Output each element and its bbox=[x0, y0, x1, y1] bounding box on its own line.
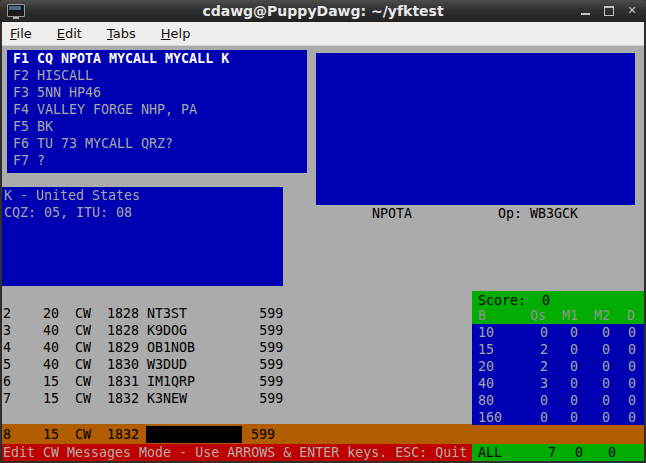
macro-line-f6: F6 TU 73 MYCALL QRZ? bbox=[13, 135, 313, 152]
col-d: D bbox=[627, 307, 635, 324]
status-bar: Edit CW Messages Mode - Use ARROWS & ENT… bbox=[2, 444, 472, 461]
score-row-15: 15 2 0 0 0 bbox=[472, 341, 644, 358]
terminal-content[interactable]: F1 CQ NPOTA MYCALL MYCALL K F2 HISCALL F… bbox=[2, 46, 644, 461]
col-m2: M2 bbox=[594, 307, 610, 324]
dxcc-zones: CQZ: 05, ITU: 08 bbox=[4, 204, 285, 221]
dxcc-info-panel: K - United States CQZ: 05, ITU: 08 bbox=[2, 187, 283, 286]
macro-line-f2: F2 HISCALL bbox=[13, 67, 313, 84]
log-row: 6 15 CW 1831 IM1QRP 599 bbox=[3, 373, 463, 390]
all-m2: 0 bbox=[608, 444, 616, 461]
log-row: 5 40 CW 1830 W3DUD 599 bbox=[3, 356, 463, 373]
contest-name-label: NPOTA bbox=[372, 205, 412, 222]
all-qs: 7 bbox=[548, 444, 556, 461]
window-controls: ✕ bbox=[580, 0, 638, 22]
entry-rst: 599 bbox=[251, 426, 275, 443]
all-label: ALL bbox=[478, 444, 502, 461]
maximize-icon[interactable] bbox=[603, 5, 615, 17]
score-row-80: 80 0 0 0 0 bbox=[472, 392, 644, 409]
current-qso-entry-row: 8 15 CW 1832 599 bbox=[2, 424, 644, 444]
score-header: Score: 0 B Qs M1 M2 D bbox=[472, 291, 644, 324]
callsign-input[interactable] bbox=[146, 426, 242, 443]
cw-macros-panel: F1 CQ NPOTA MYCALL MYCALL K F2 HISCALL F… bbox=[7, 50, 307, 173]
menu-help[interactable]: Help bbox=[155, 24, 197, 43]
status-message: Edit CW Messages Mode - Use ARROWS & ENT… bbox=[3, 444, 467, 461]
score-row-20: 20 2 0 0 0 bbox=[472, 358, 644, 375]
terminal-app-icon bbox=[7, 3, 25, 19]
log-row: 4 40 CW 1829 OB1NOB 599 bbox=[3, 339, 463, 356]
score-column-headers: B Qs M1 M2 D bbox=[472, 307, 644, 324]
menu-edit[interactable]: Edit bbox=[51, 24, 88, 43]
score-row-10: 10 0 0 0 0 bbox=[472, 324, 644, 341]
all-m1: 0 bbox=[575, 444, 583, 461]
score-row-40: 40 3 0 0 0 bbox=[472, 375, 644, 392]
col-band: B bbox=[478, 307, 486, 324]
titlebar[interactable]: cdawg@PuppyDawg: ~/yfktest ✕ bbox=[0, 0, 646, 22]
qso-detail-panel bbox=[316, 53, 635, 205]
macro-line-f3: F3 5NN HP46 bbox=[13, 84, 313, 101]
log-row: 3 40 CW 1828 K9DOG 599 bbox=[3, 322, 463, 339]
macro-line-f5: F5 BK bbox=[13, 118, 313, 135]
menu-bar: File Edit Tabs Help bbox=[2, 22, 644, 46]
score-table: 10 0 0 0 0 15 2 0 0 0 20 2 0 0 0 40 bbox=[472, 324, 644, 425]
score-row-160: 160 0 0 0 0 bbox=[472, 409, 644, 426]
menu-tabs[interactable]: Tabs bbox=[101, 24, 142, 43]
col-qs: Qs bbox=[530, 307, 546, 324]
minimize-icon[interactable] bbox=[580, 5, 592, 17]
score-all-row: ALL 7 0 0 bbox=[472, 444, 644, 461]
entry-prefix: 8 15 CW 1832 bbox=[3, 426, 139, 443]
col-m1: M1 bbox=[562, 307, 578, 324]
qso-log-list: 2 20 CW 1828 NT3ST 599 3 40 CW 1828 K9DO… bbox=[3, 305, 463, 407]
macro-line-f4: F4 VALLEY FORGE NHP, PA bbox=[13, 101, 313, 118]
log-row: 7 15 CW 1832 K3NEW 599 bbox=[3, 390, 463, 407]
macro-line-f7: F7 ? bbox=[13, 152, 313, 169]
log-row: 2 20 CW 1828 NT3ST 599 bbox=[3, 305, 463, 322]
terminal-window: cdawg@PuppyDawg: ~/yfktest ✕ File Edit T… bbox=[0, 0, 646, 463]
operator-label: Op: WB3GCK bbox=[498, 205, 578, 222]
dxcc-country: K - United States bbox=[4, 187, 285, 204]
window-title: cdawg@PuppyDawg: ~/yfktest bbox=[0, 3, 646, 19]
close-icon[interactable]: ✕ bbox=[626, 5, 638, 17]
macro-line-f1: F1 CQ NPOTA MYCALL MYCALL K bbox=[13, 50, 313, 67]
menu-file[interactable]: File bbox=[4, 24, 38, 43]
